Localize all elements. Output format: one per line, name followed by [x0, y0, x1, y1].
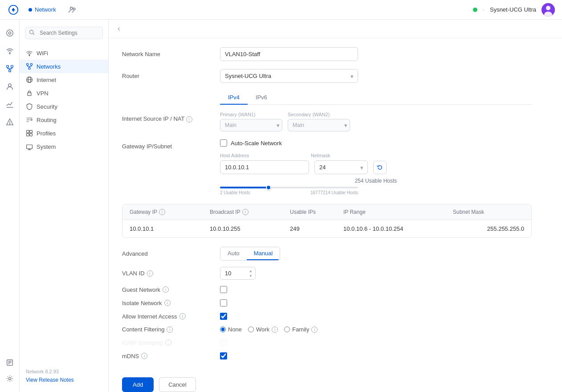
sidebar-item-wifi[interactable]: WiFi	[20, 46, 108, 60]
svg-point-24	[29, 55, 30, 56]
sidebar-item-profiles[interactable]: Profiles	[20, 127, 108, 140]
router-label: Router	[122, 69, 220, 79]
host-netmask-inputs: 24 25 23 ▾	[220, 160, 532, 174]
sidebar-item-networks[interactable]: Networks	[20, 60, 108, 73]
isolate-network-checkbox[interactable]	[220, 299, 227, 306]
advanced-header-row: Advanced Auto Manual	[122, 247, 532, 261]
slider-track	[220, 187, 358, 188]
radio-work-info-icon[interactable]: i	[272, 327, 278, 333]
cancel-button[interactable]: Cancel	[159, 377, 195, 392]
vlan-id-label: VLAN ID i	[122, 270, 220, 277]
vlan-id-info-icon[interactable]: i	[147, 270, 153, 277]
summary-table: Gateway IP i Broadcast IP i Usable IPs I…	[122, 204, 532, 238]
logo[interactable]	[7, 4, 20, 16]
radio-family-label: Family	[292, 326, 309, 333]
separator: ·	[483, 6, 485, 13]
network-name-label: Network Name	[122, 47, 220, 57]
guest-network-checkbox[interactable]	[220, 286, 227, 293]
igmp-snooping-checkbox	[220, 339, 227, 346]
tab-ipv6[interactable]: IPv6	[248, 91, 275, 105]
primary-wan-group: Primary (WAN1) Main ▾	[220, 112, 282, 131]
guest-network-row: Guest Network i	[122, 286, 532, 293]
host-address-input[interactable]	[220, 160, 309, 174]
sidebar-item-internet-label: Internet	[37, 77, 56, 83]
svg-line-23	[33, 33, 34, 35]
mdns-label: mDNS i	[122, 353, 220, 359]
radio-work-input[interactable]	[248, 327, 254, 332]
secondary-wan-group: Secondary (WAN2) Main ▾	[288, 112, 350, 131]
vlan-increment-button[interactable]: ▲	[248, 269, 254, 273]
sidebar-icon-stats[interactable]	[2, 96, 18, 112]
radio-work[interactable]: Work i	[248, 326, 278, 333]
mdns-checkbox[interactable]	[220, 352, 227, 359]
subnet-slider[interactable]	[220, 187, 532, 188]
isolate-network-info-icon[interactable]: i	[164, 300, 171, 306]
vlan-id-control: ▲ ▼	[220, 267, 532, 280]
user-avatar[interactable]	[542, 3, 555, 16]
broadcast-ip-info-icon[interactable]: i	[242, 209, 248, 215]
sidebar-item-vpn[interactable]: VPN	[20, 86, 108, 100]
users-nav-icon[interactable]	[65, 3, 79, 17]
refresh-button[interactable]	[373, 161, 387, 174]
nav-sidebar: WiFi Networks Internet	[20, 20, 109, 392]
add-button[interactable]: Add	[122, 377, 154, 392]
guest-network-info-icon[interactable]: i	[163, 286, 169, 293]
breadcrumb-back-button[interactable]: ‹	[118, 24, 120, 33]
sidebar-icon-wifi[interactable]	[2, 43, 18, 59]
content-filtering-label: Content Filtering i	[122, 326, 220, 333]
netmask-select[interactable]: 24 25 23	[314, 160, 368, 174]
cell-usable-ips: 249	[290, 225, 343, 232]
mdns-info-icon[interactable]: i	[141, 353, 147, 359]
secondary-label: Secondary (WAN2)	[288, 112, 350, 117]
tab-ipv4[interactable]: IPv4	[220, 91, 248, 105]
allow-internet-checkbox[interactable]	[220, 313, 227, 320]
auto-scale-label[interactable]: Auto-Scale Network	[231, 140, 282, 147]
radio-work-label: Work	[256, 326, 269, 333]
svg-rect-26	[30, 64, 32, 65]
svg-point-7	[8, 32, 11, 34]
radio-family[interactable]: Family i	[284, 326, 318, 333]
sidebar-item-system[interactable]: System	[20, 140, 108, 153]
allow-internet-label: Allow Internet Access i	[122, 313, 220, 320]
auto-scale-row: Auto-Scale Network	[220, 139, 532, 147]
network-nav-tab[interactable]: Network	[29, 6, 56, 13]
internet-source-info-icon[interactable]: i	[186, 116, 192, 122]
gateway-ip-info-icon[interactable]: i	[159, 209, 165, 215]
internet-source-label: Internet Source IP / NAT i	[122, 112, 220, 122]
search-input[interactable]	[25, 27, 103, 39]
radio-family-info-icon[interactable]: i	[311, 327, 318, 333]
allow-internet-info-icon[interactable]: i	[179, 313, 186, 319]
sidebar-icon-alerts[interactable]	[2, 114, 18, 130]
auto-scale-checkbox[interactable]	[220, 139, 227, 147]
svg-rect-33	[27, 131, 29, 133]
sidebar-item-routing[interactable]: Routing	[20, 113, 108, 127]
svg-rect-37	[27, 145, 33, 149]
network-name-input[interactable]	[220, 47, 358, 61]
sidebar-item-internet[interactable]: Internet	[20, 73, 108, 86]
router-select[interactable]: Sysnet-UCG Ultra	[220, 69, 358, 83]
vlan-input-wrap: ▲ ▼	[220, 267, 256, 280]
sidebar-icon-settings[interactable]	[2, 371, 18, 387]
svg-rect-25	[27, 64, 29, 65]
isolate-network-control	[220, 299, 532, 306]
primary-select[interactable]: Main	[220, 119, 282, 131]
slider-thumb	[266, 185, 271, 190]
toggle-manual[interactable]: Manual	[247, 247, 280, 260]
sidebar-icon-clients[interactable]	[2, 78, 18, 94]
secondary-select[interactable]: Main	[288, 119, 350, 131]
content-filtering-info-icon[interactable]: i	[167, 327, 173, 333]
sidebar-icon-dashboard[interactable]	[2, 25, 18, 41]
radio-none[interactable]: None	[220, 326, 242, 333]
release-notes-link[interactable]: View Release Notes	[20, 376, 108, 388]
slider-labels: 2 Usable Hosts 16777214 Usable Hosts	[220, 190, 358, 195]
igmp-snooping-row: IGMP Snooping i	[122, 339, 532, 346]
radio-none-input[interactable]	[220, 327, 226, 332]
sidebar-icon-notes[interactable]	[2, 355, 18, 371]
slider-min-label: 2 Usable Hosts	[220, 190, 250, 195]
sidebar-item-security[interactable]: Security	[20, 100, 108, 113]
vlan-decrement-button[interactable]: ▼	[248, 274, 254, 278]
radio-family-input[interactable]	[284, 327, 290, 332]
vlan-spinners: ▲ ▼	[248, 269, 254, 278]
toggle-auto[interactable]: Auto	[220, 247, 247, 260]
sidebar-icon-network[interactable]	[2, 61, 18, 77]
